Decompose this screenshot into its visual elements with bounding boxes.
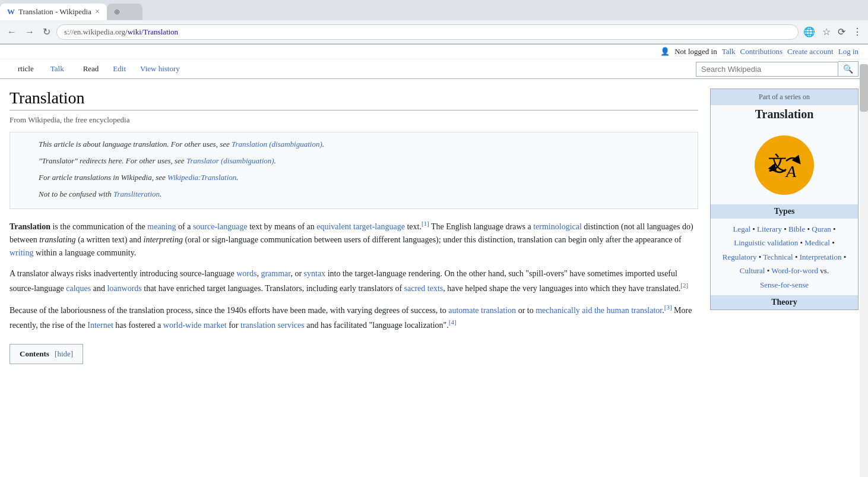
- hatnote-1: This article is about language translati…: [20, 137, 688, 151]
- link-writing[interactable]: writing: [9, 248, 33, 257]
- contents-title: Contents: [20, 349, 49, 358]
- search-button[interactable]: 🔍: [838, 61, 859, 77]
- tab-close-button[interactable]: ×: [95, 7, 100, 17]
- action-edit[interactable]: Edit: [107, 59, 132, 78]
- link-legal[interactable]: Legal: [733, 225, 750, 233]
- link-sacred-texts[interactable]: sacred texts: [404, 284, 443, 293]
- link-word-for-word[interactable]: Word-for-word: [771, 266, 818, 275]
- hatnote-3: For article translations in Wikipedia, s…: [20, 170, 688, 185]
- link-equivalent[interactable]: equivalent target-language: [316, 222, 405, 231]
- link-grammar[interactable]: grammar: [261, 269, 290, 278]
- wiki-sidebar: Part of a series on Translation 文: [710, 89, 859, 364]
- reload-button[interactable]: ↻: [40, 24, 53, 40]
- scrollbar-thumb[interactable]: [860, 64, 868, 112]
- infobox-series-header: Part of a series on: [711, 89, 858, 105]
- article-title: Translation: [9, 89, 698, 110]
- hatnote-4: Not to be confused with Transliteration.: [20, 187, 688, 201]
- browser-toolbar: ← → ↻ s://en.wikipedia.org/wiki/Translat…: [0, 20, 868, 44]
- address-text: s://en.wikipedia.org/wiki/Translation: [64, 27, 178, 37]
- contributions-link[interactable]: Contributions: [740, 47, 783, 56]
- extensions-icon[interactable]: ⟳: [837, 25, 847, 39]
- link-linguistic-validation[interactable]: Linguistic validation: [734, 238, 798, 247]
- browser-chrome: W Translation - Wikipedia × ⊕ ← → ↻ s://…: [0, 0, 868, 45]
- browser-tabs: W Translation - Wikipedia × ⊕: [0, 0, 868, 20]
- hatnote-link-3[interactable]: Wikipedia:Translation: [167, 173, 236, 182]
- infobox-theory-header: Theory: [711, 295, 858, 309]
- inactive-tab[interactable]: ⊕: [107, 4, 142, 20]
- infobox-types-links: Legal • Literary • Bible • Quran • Lingu…: [711, 219, 858, 295]
- log-in-link[interactable]: Log in: [838, 47, 859, 56]
- tab-article[interactable]: rticle: [9, 59, 42, 78]
- action-view-history[interactable]: View history: [134, 59, 186, 78]
- active-tab[interactable]: W Translation - Wikipedia ×: [0, 4, 107, 20]
- search-input[interactable]: [696, 62, 838, 77]
- address-bar[interactable]: s://en.wikipedia.org/wiki/Translation: [56, 24, 799, 40]
- link-interpretation[interactable]: Interpretation: [800, 252, 842, 261]
- ref-3[interactable]: [3]: [664, 304, 672, 311]
- link-sense-for-sense[interactable]: Sense-for-sense: [760, 280, 809, 289]
- wiki-nav-actions: Read Edit View history: [77, 59, 186, 78]
- wiki-search-form: 🔍: [696, 59, 859, 78]
- wiki-content: Translation From Wikipedia, the free enc…: [0, 79, 868, 364]
- tab-favicon: W: [7, 7, 15, 17]
- talk-link[interactable]: Talk: [722, 47, 736, 56]
- link-terminological[interactable]: terminological: [533, 222, 582, 231]
- hatnote-link-4[interactable]: Transliteration: [113, 189, 160, 198]
- menu-icon[interactable]: ⋮: [851, 25, 863, 39]
- hatnote-link-1[interactable]: Translation (disambiguation): [232, 140, 322, 149]
- link-bible[interactable]: Bible: [788, 225, 805, 233]
- paragraph-3: Because of the laboriousness of the tran…: [9, 302, 698, 332]
- infobox-types-header: Types: [711, 204, 858, 219]
- back-button[interactable]: ←: [5, 24, 19, 40]
- translation-svg: 文: [764, 144, 805, 186]
- contents-box: Contents [hide]: [9, 344, 83, 364]
- paragraph-2: A translator always risks inadvertently …: [9, 267, 698, 295]
- link-meaning[interactable]: meaning: [147, 222, 176, 231]
- scrollbar[interactable]: [860, 64, 868, 364]
- action-read[interactable]: Read: [77, 59, 105, 78]
- svg-text:A: A: [785, 162, 797, 181]
- wiki-nav: rticle Talk Read Edit View history 🔍: [0, 59, 868, 79]
- translation-icon: 文: [755, 135, 814, 195]
- not-logged-in-text: Not logged in: [674, 47, 717, 56]
- ref-1[interactable]: [1]: [422, 220, 429, 227]
- paragraph-1: Translation is the communication of the …: [9, 219, 698, 260]
- link-quran[interactable]: Quran: [812, 225, 831, 233]
- link-calques[interactable]: calques: [66, 284, 91, 293]
- tab-talk-label: Talk: [50, 64, 64, 74]
- link-medical[interactable]: Medical: [804, 238, 830, 247]
- hatnote-link-2[interactable]: Translator (disambiguation): [186, 156, 274, 165]
- contents-hide[interactable]: [hide]: [55, 349, 73, 358]
- hatnote-2: "Translator" redirects here. For other u…: [20, 154, 688, 168]
- ref-2[interactable]: [2]: [680, 282, 688, 289]
- link-internet[interactable]: Internet: [87, 321, 113, 330]
- tab-talk[interactable]: Talk: [42, 59, 72, 78]
- article-subtitle: From Wikipedia, the free encyclopedia: [9, 115, 698, 125]
- hatnote-box: This article is about language translati…: [9, 132, 698, 209]
- link-words[interactable]: words: [236, 269, 256, 278]
- create-account-link[interactable]: Create account: [787, 47, 834, 56]
- translate-icon[interactable]: 🌐: [802, 25, 816, 39]
- link-loanwords[interactable]: loanwords: [107, 284, 141, 293]
- wiki-nav-tabs: rticle Talk: [9, 59, 72, 78]
- bookmark-icon[interactable]: ☆: [821, 25, 832, 39]
- tab-title: Translation - Wikipedia: [18, 7, 91, 17]
- link-mechanically-aid[interactable]: mechanically aid the human translator: [536, 306, 662, 315]
- forward-button[interactable]: →: [23, 24, 37, 40]
- wiki-top-bar: 👤 Not logged in Talk Contributions Creat…: [0, 45, 868, 59]
- ref-4[interactable]: [4]: [449, 318, 457, 326]
- link-cultural[interactable]: Cultural: [740, 266, 765, 275]
- infobox-title: Translation: [711, 105, 858, 126]
- user-icon: 👤: [660, 47, 670, 56]
- link-source-language[interactable]: source-language: [193, 222, 248, 231]
- link-translation-services[interactable]: translation services: [240, 321, 305, 330]
- link-regulatory[interactable]: Regulatory: [723, 252, 757, 261]
- infobox-image: 文: [711, 126, 858, 204]
- wiki-infobox: Part of a series on Translation 文: [710, 89, 859, 310]
- link-automate[interactable]: automate translation: [448, 306, 516, 315]
- link-literary[interactable]: Literary: [757, 225, 782, 233]
- link-syntax[interactable]: syntax: [304, 269, 326, 278]
- link-technical[interactable]: Technical: [763, 252, 793, 261]
- link-world-wide-market[interactable]: world-wide market: [163, 321, 227, 330]
- wiki-page: 👤 Not logged in Talk Contributions Creat…: [0, 45, 868, 364]
